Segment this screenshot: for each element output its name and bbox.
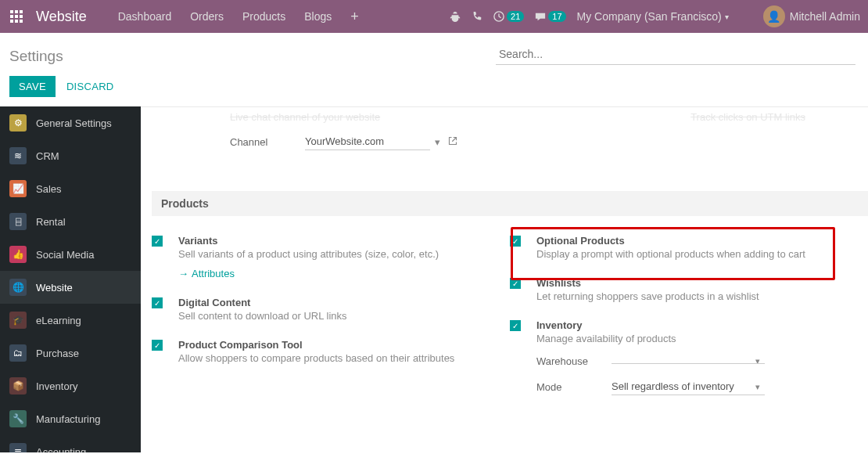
warehouse-label: Warehouse [536,355,612,367]
activity-badge: 21 [507,11,524,22]
nav-blogs[interactable]: Blogs [295,10,341,23]
svg-rect-4 [15,15,18,18]
setting-product-comparison-tool: ✓Product Comparison ToolAllow shoppers t… [152,339,510,381]
checkbox[interactable]: ✓ [510,320,521,331]
setting-wishlists: ✓WishlistsLet returning shoppers save pr… [510,277,868,319]
svg-rect-7 [15,20,18,23]
sidebar-item-label: Manufacturing [36,413,100,425]
svg-rect-0 [10,10,13,13]
apps-icon[interactable] [0,0,33,33]
sidebar-item-label: Accounting [36,446,86,453]
messages-badge: 17 [548,11,565,22]
sidebar-item-crm[interactable]: ≋CRM [0,139,141,172]
company-selector[interactable]: My Company (San Francisco) ▾ [577,10,729,23]
setting-desc: Sell variants of a product using attribu… [178,248,439,260]
svg-rect-8 [20,20,23,23]
checkbox[interactable]: ✓ [152,340,163,351]
setting-link[interactable]: →Attributes [178,268,439,279]
setting-variants: ✓VariantsSell variants of a product usin… [152,235,510,297]
preferences-icon[interactable] [740,10,752,23]
crm-icon: ≋ [9,147,27,164]
sidebar-item-sales[interactable]: 📈Sales [0,172,141,205]
activity-icon[interactable]: 21 [493,11,524,22]
setting-title: Variants [178,235,439,247]
sidebar-item-purchase[interactable]: 🗂Purchase [0,337,141,369]
accounting-icon: ≣ [9,443,27,452]
messages-icon[interactable]: 17 [535,11,565,22]
sidebar-item-label: Social Media [36,249,94,261]
sidebar-item-accounting[interactable]: ≣Accounting [0,435,141,452]
channel-input[interactable] [305,133,430,150]
sidebar-item-label: Rental [36,216,66,228]
highlight-box [511,227,835,280]
sidebar-item-social-media[interactable]: 👍Social Media [0,238,141,271]
sales-icon: 📈 [9,180,27,197]
mode-select[interactable]: Sell regardless of inventory [612,378,765,395]
user-name: Mitchell Admin [790,10,860,23]
nav-products[interactable]: Products [233,10,295,23]
link-label: Attributes [192,268,235,279]
truncated-text-right: Track clicks on UTM links [690,111,805,123]
setting-digital-content: ✓Digital ContentSell content to download… [152,297,510,339]
discard-button[interactable]: DISCARD [66,81,114,92]
checkbox[interactable]: ✓ [152,236,163,247]
topbar: Website Dashboard Orders Products Blogs … [0,0,868,33]
setting-desc: Allow shoppers to compare products based… [178,352,454,364]
sidebar-item-label: General Settings [36,117,112,129]
sidebar-item-label: CRM [36,150,59,162]
svg-rect-5 [20,15,23,18]
sidebar-item-manufacturing[interactable]: 🔧Manufacturing [0,402,141,435]
action-bar: SAVE DISCARD [0,65,868,106]
purchase-icon: 🗂 [9,344,27,362]
setting-title: Digital Content [178,297,347,308]
user-menu[interactable]: 👤 Mitchell Admin [763,5,860,27]
sidebar-item-website[interactable]: 🌐Website [0,271,141,304]
warehouse-select[interactable] [612,359,765,364]
app-title[interactable]: Website [36,9,87,25]
nav-plus-icon[interactable]: + [341,9,368,25]
manufacturing-icon: 🔧 [9,410,27,427]
svg-rect-3 [10,15,13,18]
sidebar-item-label: Sales [36,183,62,195]
nav-orders[interactable]: Orders [181,10,233,23]
social-media-icon: 👍 [9,246,27,263]
setting-desc: Let returning shoppers save products in … [536,290,759,302]
general-settings-icon: ⚙ [9,114,27,132]
svg-rect-1 [15,10,18,13]
chevron-down-icon[interactable]: ▾ [435,136,440,148]
chevron-down-icon: ▾ [725,13,729,21]
svg-rect-6 [10,20,13,23]
external-link-icon[interactable] [448,136,457,148]
content: Live chat channel of your website Track … [141,106,868,452]
save-button[interactable]: SAVE [9,76,56,97]
phone-icon[interactable] [472,11,482,22]
website-icon: 🌐 [9,279,27,296]
sidebar-item-rental[interactable]: ⌸Rental [0,205,141,238]
setting-title: Product Comparison Tool [178,339,454,351]
elearning-icon: 🎓 [9,312,27,329]
sidebar-item-label: Website [36,282,73,294]
truncated-text-left: Live chat channel of your website [230,111,380,123]
rental-icon: ⌸ [9,213,27,230]
setting-title: Inventory [536,319,760,331]
channel-label: Channel [230,136,305,148]
sidebar-item-label: Purchase [36,348,79,359]
inventory-icon: 📦 [9,377,27,395]
avatar: 👤 [763,5,785,27]
bug-icon[interactable] [450,11,461,22]
sidebar-item-label: Inventory [36,380,77,392]
search-input[interactable] [496,44,855,65]
svg-rect-2 [20,10,23,13]
sidebar-item-general-settings[interactable]: ⚙General Settings [0,106,141,139]
mode-label: Mode [536,381,612,393]
layout: ⚙General Settings≋CRM📈Sales⌸Rental👍Socia… [0,106,868,452]
sidebar-item-label: eLearning [36,315,81,326]
nav-dashboard[interactable]: Dashboard [109,10,181,23]
arrow-right-icon: → [178,268,188,279]
page-title: Settings [9,48,63,65]
checkbox[interactable]: ✓ [152,297,163,308]
header: Settings [0,33,868,65]
sidebar-item-elearning[interactable]: 🎓eLearning [0,304,141,337]
setting-inventory: ✓InventoryManage availability of product… [510,319,868,413]
sidebar-item-inventory[interactable]: 📦Inventory [0,369,141,402]
